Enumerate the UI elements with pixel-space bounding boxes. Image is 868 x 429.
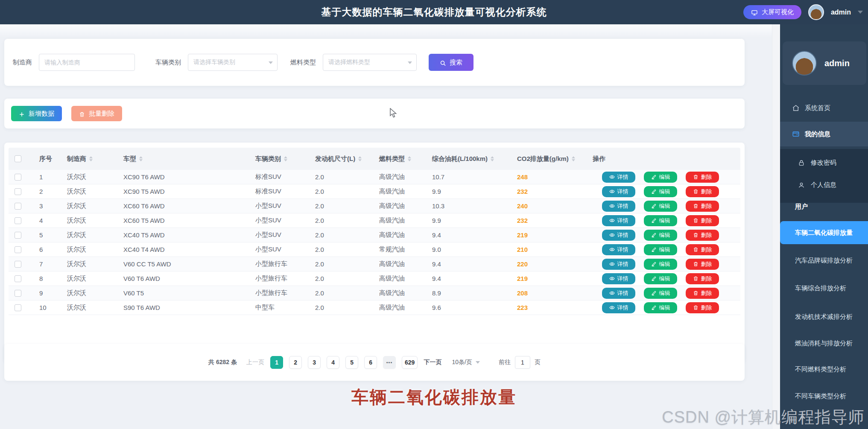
edit-button[interactable]: 编辑 (644, 273, 677, 284)
add-data-button[interactable]: 新增数据 (11, 106, 62, 121)
page-size-select[interactable]: 10条/页 (452, 359, 479, 366)
table-header-cell[interactable]: 操作 (587, 148, 740, 170)
detail-button[interactable]: 详情 (602, 172, 635, 183)
page-button[interactable]: 1 (270, 356, 283, 369)
row-checkbox[interactable] (15, 188, 21, 195)
detail-button[interactable]: 详情 (602, 186, 635, 197)
sort-icons[interactable] (139, 156, 143, 161)
delete-button[interactable]: 删除 (686, 201, 719, 212)
batch-delete-button[interactable]: 批量删除 (71, 106, 122, 121)
sidebar-item-comprehensive-emission-analysis[interactable]: 车辆综合排放分析 (780, 279, 868, 298)
detail-button[interactable]: 详情 (602, 215, 635, 226)
detail-button[interactable]: 详情 (602, 244, 635, 255)
chevron-down-icon[interactable] (858, 11, 863, 14)
delete-button[interactable]: 删除 (686, 302, 719, 313)
row-checkbox[interactable] (15, 246, 21, 253)
sidebar-item-fuel-consumption-analysis[interactable]: 燃油消耗与排放分析 (780, 334, 868, 353)
edit-button[interactable]: 编辑 (644, 302, 677, 313)
edit-button[interactable]: 编辑 (644, 201, 677, 212)
detail-button[interactable]: 详情 (602, 230, 635, 241)
next-page-button[interactable]: 下一页 (424, 359, 441, 366)
sort-icons[interactable] (491, 156, 494, 161)
delete-button[interactable]: 删除 (686, 186, 719, 197)
manufacturer-input[interactable] (39, 54, 135, 71)
delete-button[interactable]: 删除 (686, 273, 719, 284)
table-header-cell[interactable]: 制造商 (62, 148, 118, 170)
username-label[interactable]: admin (831, 9, 851, 16)
row-checkbox[interactable] (15, 174, 21, 181)
table-header-cell[interactable]: 车辆类别 (250, 148, 310, 170)
sort-icons[interactable] (358, 156, 362, 161)
table-header-cell[interactable]: 车型 (118, 148, 250, 170)
table-row: 9 沃尔沃 V60 T5 小型旅行车 2.0 高级汽油 8.9 208 详情 (9, 286, 740, 301)
detail-button[interactable]: 详情 (602, 302, 635, 313)
table-header-cell[interactable]: 综合油耗(L/100km) (427, 148, 512, 170)
edit-button[interactable]: 编辑 (644, 230, 677, 241)
toolbar: 新增数据 批量删除 (4, 99, 745, 128)
page-button[interactable]: 2 (289, 356, 302, 369)
page-button[interactable]: 3 (308, 356, 321, 369)
select-all-checkbox[interactable] (15, 155, 21, 162)
table-header-cell[interactable]: 燃料类型 (374, 148, 427, 170)
chevron-down-icon (269, 61, 273, 64)
more-pages-button[interactable]: ••• (383, 356, 396, 369)
table-header-cell[interactable]: CO2排放量(g/km) (512, 148, 587, 170)
edit-button[interactable]: 编辑 (644, 215, 677, 226)
page-button[interactable]: 6 (364, 356, 377, 369)
edit-button[interactable]: 编辑 (644, 288, 677, 299)
edit-button[interactable]: 编辑 (644, 259, 677, 270)
pencil-icon (651, 203, 657, 209)
detail-button[interactable]: 详情 (602, 288, 635, 299)
sidebar-item-engine-tech-analysis[interactable]: 发动机技术减排分析 (780, 307, 868, 326)
big-screen-button[interactable]: 大屏可视化 (743, 5, 801, 19)
row-actions: 详情 编辑 删除 (587, 301, 740, 315)
sidebar-item-vehicle-co2-emissions[interactable]: 车辆二氧化碳排放量 (780, 221, 868, 244)
goto-page-input[interactable] (515, 356, 530, 369)
sort-icons[interactable] (572, 156, 575, 161)
sidebar-item-brand-carbon-analysis[interactable]: 汽车品牌碳排放分析 (780, 251, 868, 270)
goto-page-group: 前往 页 (499, 356, 541, 369)
delete-button[interactable]: 删除 (686, 230, 719, 241)
sidebar-item-home[interactable]: 系统首页 (780, 96, 868, 120)
detail-button[interactable]: 详情 (602, 201, 635, 212)
avatar[interactable] (808, 4, 824, 20)
row-checkbox[interactable] (15, 203, 21, 210)
sort-icons[interactable] (89, 156, 93, 161)
cell-manufacturer: 沃尔沃 (62, 170, 118, 184)
page-button[interactable]: 5 (345, 356, 358, 369)
row-checkbox[interactable] (15, 261, 21, 268)
detail-button[interactable]: 详情 (602, 259, 635, 270)
edit-button[interactable]: 编辑 (644, 244, 677, 255)
sidebar-item-my-info[interactable]: 我的信息 (780, 122, 868, 146)
cell-manufacturer: 沃尔沃 (62, 271, 118, 286)
cell-category: 小型旅行车 (250, 286, 310, 300)
category-select[interactable]: 请选择车辆类别 (188, 54, 278, 71)
sidebar-username: admin (824, 58, 850, 68)
delete-button[interactable]: 删除 (686, 244, 719, 255)
delete-button[interactable]: 删除 (686, 215, 719, 226)
sidebar-item-fuel-type-analysis[interactable]: 不同燃料类型分析 (780, 360, 868, 379)
row-checkbox[interactable] (15, 232, 21, 239)
table-header-cell[interactable]: 序号 (34, 148, 62, 170)
last-page-button[interactable]: 629 (402, 356, 418, 369)
row-checkbox[interactable] (15, 217, 21, 224)
detail-button[interactable]: 详情 (602, 273, 635, 284)
edit-button[interactable]: 编辑 (644, 186, 677, 197)
scrollbar[interactable] (772, 24, 780, 429)
page-button[interactable]: 4 (327, 356, 339, 369)
row-checkbox[interactable] (15, 290, 21, 297)
sidebar-item-personal-info[interactable]: 个人信息 (780, 174, 868, 196)
row-checkbox[interactable] (15, 304, 21, 311)
sort-icons[interactable] (284, 156, 287, 161)
fuel-select[interactable]: 请选择燃料类型 (323, 54, 417, 71)
search-button[interactable]: 搜索 (429, 54, 473, 71)
sidebar-item-change-password[interactable]: 修改密码 (780, 152, 868, 174)
edit-button[interactable]: 编辑 (644, 172, 677, 183)
sort-icons[interactable] (408, 156, 411, 161)
delete-button[interactable]: 删除 (686, 259, 719, 270)
delete-button[interactable]: 删除 (686, 172, 719, 183)
delete-button[interactable]: 删除 (686, 288, 719, 299)
table-header-cell[interactable]: 发动机尺寸(L) (310, 148, 374, 170)
prev-page-button[interactable]: 上一页 (246, 359, 264, 366)
row-checkbox[interactable] (15, 275, 21, 282)
